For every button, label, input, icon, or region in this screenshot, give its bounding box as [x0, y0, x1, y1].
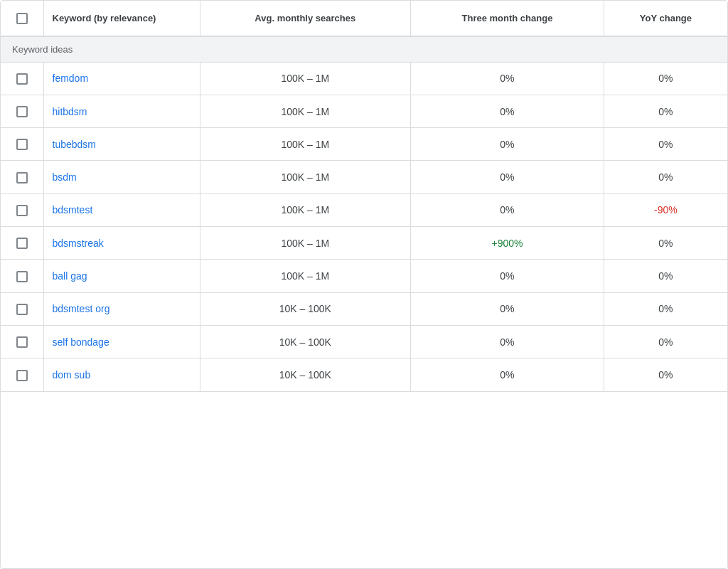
keyword-cell[interactable]: ball gag [43, 260, 200, 292]
avg-monthly-cell: 100K – 1M [200, 161, 411, 193]
yoy-cell: 0% [604, 260, 727, 292]
yoy-cell: 0% [604, 95, 727, 127]
yoy-cell: 0% [604, 227, 727, 260]
keyword-header: Keyword (by relevance) [43, 1, 200, 36]
keyword-table-container: Keyword (by relevance) Avg. monthly sear… [0, 0, 728, 569]
keyword-cell[interactable]: bdsmtest org [43, 292, 200, 325]
table-row: ball gag100K – 1M0%0% [1, 260, 727, 292]
keyword-cell[interactable]: bdsmtest [43, 193, 200, 226]
keyword-cell[interactable]: self bondage [43, 325, 200, 358]
keyword-cell[interactable]: hitbdsm [43, 95, 200, 127]
avg-monthly-cell: 100K – 1M [200, 95, 411, 127]
row-checkbox[interactable] [16, 139, 28, 150]
avg-monthly-cell: 10K – 100K [200, 292, 411, 325]
row-checkbox[interactable] [16, 271, 28, 282]
avg-monthly-cell: 100K – 1M [200, 227, 411, 260]
table-row: bdsmtest100K – 1M0%-90% [1, 193, 727, 226]
row-checkbox-cell[interactable] [1, 128, 43, 161]
keyword-cell[interactable]: femdom [43, 62, 200, 95]
row-checkbox-cell[interactable] [1, 325, 43, 358]
row-checkbox[interactable] [16, 304, 28, 315]
row-checkbox[interactable] [16, 336, 28, 348]
three-month-cell: 0% [411, 193, 604, 226]
avg-monthly-cell: 100K – 1M [200, 193, 411, 226]
three-month-cell: 0% [411, 260, 604, 292]
table-header-row: Keyword (by relevance) Avg. monthly sear… [1, 1, 727, 36]
three-month-cell: 0% [411, 62, 604, 95]
section-header-row: Keyword ideas [1, 36, 727, 63]
row-checkbox-cell[interactable] [1, 227, 43, 260]
yoy-cell: 0% [604, 358, 727, 391]
yoy-cell: 0% [604, 62, 727, 95]
table-row: tubebdsm100K – 1M0%0% [1, 128, 727, 161]
row-checkbox[interactable] [16, 73, 28, 85]
row-checkbox-cell[interactable] [1, 62, 43, 95]
row-checkbox[interactable] [16, 106, 28, 117]
table-row: bdsmstreak100K – 1M+900%0% [1, 227, 727, 260]
keyword-cell[interactable]: tubebdsm [43, 128, 200, 161]
avg-monthly-cell: 10K – 100K [200, 358, 411, 391]
keyword-table: Keyword (by relevance) Avg. monthly sear… [1, 1, 727, 392]
three-month-cell: 0% [411, 358, 604, 391]
row-checkbox[interactable] [16, 205, 28, 216]
select-all-header[interactable] [1, 1, 43, 36]
keyword-cell[interactable]: bsdm [43, 161, 200, 193]
yoy-header: YoY change [604, 1, 727, 36]
table-row: bdsmtest org10K – 100K0%0% [1, 292, 727, 325]
table-row: bsdm100K – 1M0%0% [1, 161, 727, 193]
yoy-cell: 0% [604, 161, 727, 193]
avg-monthly-cell: 100K – 1M [200, 128, 411, 161]
row-checkbox-cell[interactable] [1, 161, 43, 193]
three-month-cell: 0% [411, 292, 604, 325]
three-month-cell: 0% [411, 325, 604, 358]
table-row: self bondage10K – 100K0%0% [1, 325, 727, 358]
yoy-cell: 0% [604, 292, 727, 325]
keyword-cell[interactable]: bdsmstreak [43, 227, 200, 260]
row-checkbox-cell[interactable] [1, 292, 43, 325]
three-month-cell: +900% [411, 227, 604, 260]
table-row: dom sub10K – 100K0%0% [1, 358, 727, 391]
yoy-cell: -90% [604, 193, 727, 226]
avg-monthly-cell: 100K – 1M [200, 260, 411, 292]
keyword-cell[interactable]: dom sub [43, 358, 200, 391]
avg-monthly-cell: 10K – 100K [200, 325, 411, 358]
row-checkbox[interactable] [16, 238, 28, 249]
row-checkbox[interactable] [16, 172, 28, 184]
three-month-cell: 0% [411, 128, 604, 161]
yoy-cell: 0% [604, 325, 727, 358]
row-checkbox-cell[interactable] [1, 95, 43, 127]
row-checkbox[interactable] [16, 370, 28, 381]
three-month-header: Three month change [411, 1, 604, 36]
avg-monthly-cell: 100K – 1M [200, 62, 411, 95]
three-month-cell: 0% [411, 161, 604, 193]
select-all-checkbox[interactable] [16, 13, 28, 24]
section-label: Keyword ideas [12, 44, 73, 55]
table-row: hitbdsm100K – 1M0%0% [1, 95, 727, 127]
three-month-cell: 0% [411, 95, 604, 127]
row-checkbox-cell[interactable] [1, 193, 43, 226]
row-checkbox-cell[interactable] [1, 260, 43, 292]
row-checkbox-cell[interactable] [1, 358, 43, 391]
avg-monthly-header: Avg. monthly searches [200, 1, 411, 36]
table-row: femdom100K – 1M0%0% [1, 62, 727, 95]
yoy-cell: 0% [604, 128, 727, 161]
